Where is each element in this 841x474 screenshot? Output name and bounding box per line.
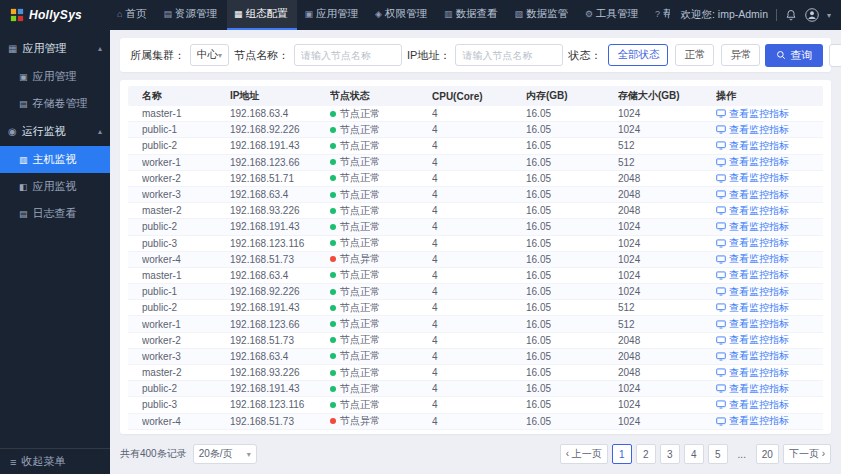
view-metrics-link[interactable]: 查看监控指标: [716, 204, 823, 218]
welcome-text: 欢迎您: imp-Admin: [680, 8, 768, 22]
sidebar-item[interactable]: ▣ 应用管理: [0, 63, 110, 90]
top-nav-item[interactable]: ▧ 数据监管: [507, 0, 578, 30]
table-row: public-2 192.168.191.43 节点正常 4 16.05 512: [128, 300, 823, 316]
sidebar-section-run-monitor[interactable]: ◉ 运行监视 ▴: [0, 117, 110, 146]
pager-item[interactable]: ...: [732, 444, 752, 464]
bell-icon[interactable]: [785, 9, 797, 21]
pager-item[interactable]: 3: [660, 444, 680, 464]
view-metrics-link[interactable]: 查看监控指标: [716, 382, 823, 396]
cell-name: public-1: [142, 124, 230, 135]
chevron-down-icon[interactable]: ▾: [827, 11, 831, 20]
table-header-row: 名称 IP地址 节点状态 CPU(Core) 内存(GB) 存储大小(GB) 操…: [128, 86, 823, 106]
page-size-select[interactable]: 20条/页 ▾: [193, 444, 257, 464]
cell-memory: 16.05: [526, 383, 618, 394]
cell-cpu: 4: [432, 189, 526, 200]
view-metrics-link[interactable]: 查看监控指标: [716, 414, 823, 428]
view-metrics-link[interactable]: 查看监控指标: [716, 139, 823, 153]
cell-ip: 192.168.191.43: [230, 221, 330, 232]
monitor-icon: [716, 400, 726, 409]
table-column-header: 存储大小(GB): [618, 89, 716, 103]
status-dot: [330, 208, 336, 214]
logo[interactable]: HollySys: [0, 8, 110, 22]
pager-item[interactable]: 4: [684, 444, 704, 464]
top-nav-item[interactable]: ▦ 组态配置: [227, 0, 298, 30]
view-metrics-link[interactable]: 查看监控指标: [716, 236, 823, 250]
monitor-icon: [716, 158, 726, 167]
top-nav-item[interactable]: ⚙ 工具管理: [578, 0, 648, 30]
status-text: 节点正常: [340, 268, 380, 282]
top-nav-item[interactable]: ▥ 数据查看: [437, 0, 508, 30]
pager-item-label: 20: [762, 449, 773, 460]
sidebar-item-label: 应用管理: [33, 69, 77, 84]
query-button[interactable]: 查询: [765, 44, 823, 67]
topbar-divider: [776, 9, 777, 21]
cell-ip: 192.168.51.73: [230, 416, 330, 427]
cell-ip: 192.168.63.4: [230, 270, 330, 281]
top-nav-item[interactable]: ◈ 权限管理: [368, 0, 437, 30]
status-dot: [330, 127, 336, 133]
status-dot: [330, 402, 336, 408]
view-metrics-link[interactable]: 查看监控指标: [716, 252, 823, 266]
monitor-icon: [716, 352, 726, 361]
view-metrics-link[interactable]: 查看监控指标: [716, 107, 823, 121]
status-filter-button[interactable]: 正常: [675, 44, 714, 66]
view-metrics-link[interactable]: 查看监控指标: [716, 285, 823, 299]
status-label: 状态：: [568, 48, 601, 63]
node-name-input[interactable]: [294, 44, 402, 66]
cell-cpu: 4: [432, 367, 526, 378]
cell-storage: 512: [618, 319, 716, 330]
view-metrics-link[interactable]: 查看监控指标: [716, 171, 823, 185]
view-metrics-link[interactable]: 查看监控指标: [716, 333, 823, 347]
cell-storage: 2048: [618, 205, 716, 216]
cell-memory: 16.05: [526, 157, 618, 168]
view-metrics-label: 查看监控指标: [729, 349, 789, 363]
sidebar-section-app-management[interactable]: ▦ 应用管理 ▴: [0, 34, 110, 63]
collapse-menu-button[interactable]: ≡ 收起菜单: [0, 448, 110, 474]
user-avatar-icon[interactable]: [805, 8, 819, 22]
nav-item-label: 首页: [125, 7, 146, 21]
cell-memory: 16.05: [526, 416, 618, 427]
top-nav-item[interactable]: ⌂ 首页: [110, 0, 156, 30]
view-metrics-link[interactable]: 查看监控指标: [716, 268, 823, 282]
status-filter-button[interactable]: 全部状态: [608, 44, 668, 66]
view-metrics-link[interactable]: 查看监控指标: [716, 398, 823, 412]
cell-storage: 2048: [618, 367, 716, 378]
view-metrics-link[interactable]: 查看监控指标: [716, 366, 823, 380]
pager-item[interactable]: 1: [612, 444, 632, 464]
sidebar-item[interactable]: ▤ 存储卷管理: [0, 90, 110, 117]
grid-icon: ▦: [8, 43, 17, 54]
pager-item[interactable]: 20: [756, 444, 779, 464]
pager-item-label: ‹ 上一页: [566, 447, 602, 461]
reset-button[interactable]: 重置: [829, 44, 841, 67]
status-text: 节点正常: [340, 382, 380, 396]
table-row: public-2 192.168.191.43 节点正常 4 16.05 512: [128, 138, 823, 154]
top-nav-item[interactable]: ▤ 资源管理: [156, 0, 227, 30]
view-metrics-link[interactable]: 查看监控指标: [716, 155, 823, 169]
pager-item[interactable]: 5: [708, 444, 728, 464]
cell-ip: 192.168.123.116: [230, 238, 330, 249]
monitor-icon: [716, 320, 726, 329]
view-metrics-label: 查看监控指标: [729, 333, 789, 347]
view-metrics-link[interactable]: 查看监控指标: [716, 349, 823, 363]
sidebar-item[interactable]: ◧ 应用监视: [0, 173, 110, 200]
cluster-select[interactable]: 中心 ▾: [190, 44, 229, 66]
pager-item-label: 4: [691, 449, 697, 460]
view-metrics-link[interactable]: 查看监控指标: [716, 301, 823, 315]
pager-item[interactable]: ‹ 上一页: [560, 444, 608, 464]
status-text: 节点正常: [340, 366, 380, 380]
status-filter-button[interactable]: 异常: [721, 44, 760, 66]
ip-input[interactable]: [455, 44, 563, 66]
view-metrics-link[interactable]: 查看监控指标: [716, 123, 823, 137]
top-nav-item[interactable]: ▣ 应用管理: [297, 0, 368, 30]
top-nav-item[interactable]: ? 帮助中心: [648, 0, 670, 30]
sidebar-item[interactable]: ▥ 主机监视: [0, 146, 110, 173]
total-records: 共有400条记录: [120, 447, 187, 461]
sidebar-item[interactable]: ▤ 日志查看: [0, 200, 110, 227]
view-metrics-link[interactable]: 查看监控指标: [716, 188, 823, 202]
view-metrics-link[interactable]: 查看监控指标: [716, 220, 823, 234]
pager-item[interactable]: 下一页 ›: [783, 444, 831, 464]
view-metrics-link[interactable]: 查看监控指标: [716, 317, 823, 331]
status-dot: [330, 418, 336, 424]
cell-storage: 512: [618, 140, 716, 151]
pager-item[interactable]: 2: [636, 444, 656, 464]
